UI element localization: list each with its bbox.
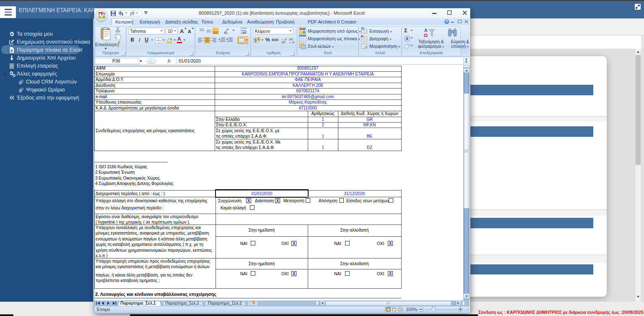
svg-text:A: A [424, 28, 428, 33]
svg-text:A: A [188, 29, 191, 34]
svg-text:$: $ [254, 38, 257, 43]
svg-text:A: A [180, 28, 184, 34]
svg-text:.00: .00 [281, 40, 285, 44]
svg-text:Ω: Ω [424, 33, 428, 38]
svg-text:→.0: →.0 [288, 40, 294, 44]
svg-text:€: € [258, 37, 260, 41]
svg-text:ab: ab [224, 31, 228, 34]
